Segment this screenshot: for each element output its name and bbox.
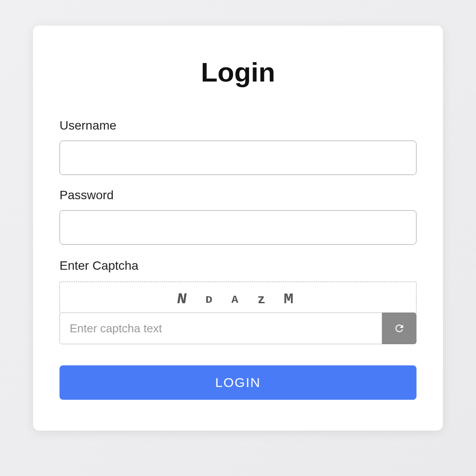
password-group: Password xyxy=(60,188,416,245)
username-input[interactable] xyxy=(60,141,416,175)
captcha-label: Enter Captcha xyxy=(60,259,416,273)
username-label: Username xyxy=(60,119,416,133)
captcha-refresh-button[interactable] xyxy=(382,312,416,344)
password-label: Password xyxy=(60,188,416,202)
username-group: Username xyxy=(60,119,416,175)
captcha-challenge-text: N D A z M xyxy=(60,291,416,308)
page-title: Login xyxy=(60,56,416,88)
login-card: Login Username Password Enter Captcha N … xyxy=(33,26,443,431)
login-button[interactable]: LOGIN xyxy=(60,365,416,400)
captcha-char: z xyxy=(257,292,271,307)
captcha-section: Enter Captcha N D A z M xyxy=(60,259,416,344)
password-input[interactable] xyxy=(60,210,416,245)
captcha-char: N xyxy=(175,291,194,308)
captcha-input[interactable] xyxy=(60,312,382,344)
captcha-char: M xyxy=(283,291,299,308)
captcha-image-box: N D A z M xyxy=(60,282,416,313)
captcha-char: D xyxy=(205,294,218,306)
refresh-icon xyxy=(394,323,405,334)
captcha-input-row xyxy=(60,312,416,344)
captcha-char: A xyxy=(231,294,244,306)
